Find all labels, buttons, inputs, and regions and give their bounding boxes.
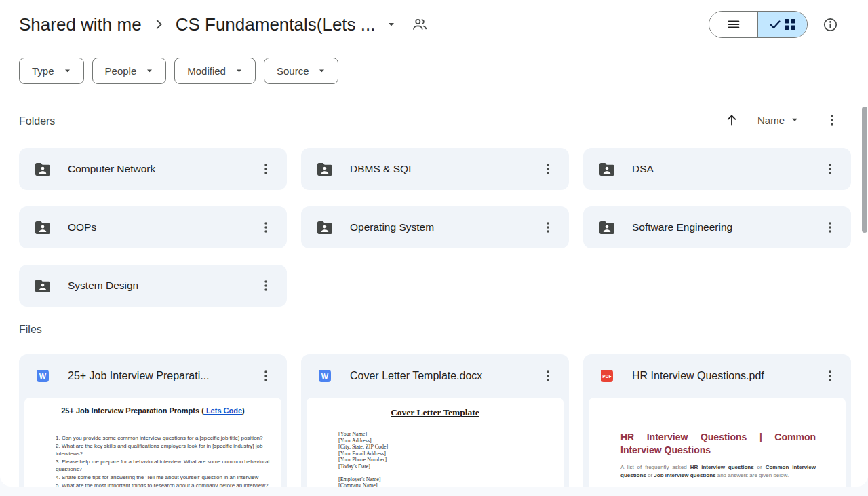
sort-by-label: Name: [757, 115, 785, 126]
folder-card-system-design[interactable]: System Design: [19, 265, 287, 307]
file-card-header: PDF HR Interview Questions.pdf: [583, 354, 851, 398]
filter-chip-label: People: [105, 65, 137, 77]
filter-chip-label: Source: [277, 65, 309, 77]
preview-line: 2. What are the key skills and qualifica…: [56, 442, 275, 458]
list-view-icon: [726, 17, 741, 32]
file-preview-thumbnail: HR Interview Questions | Common Intervie…: [589, 398, 846, 487]
filter-chip-source[interactable]: Source: [264, 58, 339, 84]
file-name: Cover Letter Template.docx: [350, 370, 540, 382]
shared-people-icon[interactable]: [412, 16, 428, 33]
sort-by-name-button[interactable]: Name: [757, 115, 799, 126]
file-preview-thumbnail: Cover Letter Template [Your Name] [Your …: [307, 398, 564, 487]
files-section-title: Files: [19, 324, 42, 336]
preview-line: [Today's Date]: [338, 463, 564, 470]
shared-folder-icon: [35, 163, 50, 176]
preview-doc-body: A list of frequently asked HR interview …: [589, 463, 846, 480]
breadcrumb-shared-with-me[interactable]: Shared with me: [19, 14, 142, 35]
file-card-header: W Cover Letter Template.docx: [301, 354, 569, 398]
filter-bar: Type People Modified Source: [19, 58, 338, 84]
files-grid: W 25+ Job Interview Preparati... 25+ Job…: [19, 354, 851, 487]
check-icon: [770, 20, 781, 29]
preview-line: [Your Address]: [338, 438, 564, 444]
chevron-down-icon: [791, 116, 799, 124]
header: Shared with me CS Fundamentals(Lets ...: [19, 8, 838, 41]
folder-card-software-engineering[interactable]: Software Engineering: [583, 206, 851, 248]
folder-card-computer-network[interactable]: Computer Network: [19, 148, 287, 190]
filter-chip-label: Type: [32, 65, 54, 77]
shared-folder-icon: [317, 221, 332, 234]
preview-text: or: [646, 472, 654, 478]
folder-name: DSA: [632, 163, 823, 175]
preview-line: [Employer's Name]: [338, 476, 564, 483]
chevron-down-icon: [235, 67, 243, 75]
preview-doc-title: Cover Letter Template: [307, 407, 564, 418]
folder-more-options-icon[interactable]: [258, 219, 273, 235]
details-info-icon[interactable]: [823, 17, 838, 33]
folder-card-oops[interactable]: OOPs: [19, 206, 287, 248]
preview-line: 3. Please help me prepare for a behavior…: [56, 458, 275, 474]
more-options-icon[interactable]: [825, 112, 840, 128]
grid-view-button-selected[interactable]: [758, 12, 807, 37]
preview-line: 4. Share some tips for answering the 'Te…: [56, 474, 275, 482]
folder-more-options-icon[interactable]: [258, 161, 273, 177]
sort-direction-arrow-up-icon[interactable]: [725, 113, 738, 127]
chevron-down-icon: [64, 67, 71, 75]
filter-chip-modified[interactable]: Modified: [174, 58, 256, 84]
folder-more-options-icon[interactable]: [540, 161, 555, 177]
grid-view-icon: [785, 19, 795, 30]
folder-more-options-icon[interactable]: [823, 161, 837, 177]
preview-sender-block: [Your Name] [Your Address] [City, State,…: [307, 431, 564, 470]
file-card-header: W 25+ Job Interview Preparati...: [19, 354, 287, 398]
word-file-icon: W: [319, 370, 331, 382]
chevron-down-icon: [318, 67, 326, 75]
preview-line: [Your Email Address]: [338, 451, 564, 457]
file-name: HR Interview Questions.pdf: [632, 370, 823, 382]
shared-folder-icon: [35, 280, 50, 292]
filter-chip-type[interactable]: Type: [19, 58, 84, 84]
preview-text: and answers are given below.: [715, 472, 789, 478]
file-more-options-icon[interactable]: [258, 368, 273, 384]
file-preview-thumbnail: 25+ Job Interview Preparation Prompts ( …: [24, 398, 281, 487]
preview-line: [Your Phone Number]: [338, 457, 564, 463]
preview-line: 5. What are the most important things to…: [56, 482, 275, 487]
preview-title-text: 25+ Job Interview Preparation Prompts (: [61, 406, 204, 415]
folder-card-dbms-sql[interactable]: DBMS & SQL: [301, 148, 569, 190]
folder-name: DBMS & SQL: [350, 163, 540, 175]
folder-more-options-icon[interactable]: [258, 278, 273, 294]
folder-name: OOPs: [68, 221, 258, 233]
folder-card-dsa[interactable]: DSA: [583, 148, 851, 190]
file-more-options-icon[interactable]: [540, 368, 555, 384]
preview-recipient-block: [Employer's Name] [Company Name] [Compan…: [307, 476, 564, 487]
file-name: 25+ Job Interview Preparati...: [68, 370, 258, 382]
breadcrumb-current-folder[interactable]: CS Fundamentals(Lets ...: [176, 14, 376, 35]
file-card-cover-letter-template[interactable]: W Cover Letter Template.docx Cover Lette…: [301, 354, 569, 487]
folder-actions-caret-icon[interactable]: [386, 19, 397, 30]
folder-name: Operating System: [350, 221, 540, 233]
preview-doc-body: 1. Can you provide some common interview…: [24, 434, 281, 487]
preview-line: [City, State, ZIP Code]: [338, 444, 564, 451]
list-view-button[interactable]: [709, 12, 758, 37]
shared-folder-icon: [35, 221, 50, 234]
filter-chip-people[interactable]: People: [92, 58, 167, 84]
file-more-options-icon[interactable]: [823, 368, 837, 384]
folder-name: Computer Network: [68, 163, 258, 175]
filter-chip-label: Modified: [187, 65, 226, 77]
folder-more-options-icon[interactable]: [540, 219, 555, 235]
preview-line: 1. Can you provide some common interview…: [56, 434, 275, 442]
shared-folder-icon: [599, 163, 614, 176]
file-card-job-interview-prompts[interactable]: W 25+ Job Interview Preparati... 25+ Job…: [19, 354, 287, 487]
word-file-icon: W: [37, 370, 49, 382]
view-toggle: [709, 11, 808, 38]
chevron-down-icon: [146, 67, 153, 75]
folder-more-options-icon[interactable]: [823, 219, 837, 235]
shared-folder-icon: [599, 221, 614, 234]
folders-grid: Computer Network DBMS & SQL DSA OOPs Ope…: [19, 148, 851, 307]
preview-title-text: ): [242, 406, 245, 415]
sort-bar: Name: [725, 110, 840, 130]
folders-section-title: Folders: [19, 115, 55, 128]
vertical-scrollbar[interactable]: [862, 107, 867, 233]
preview-doc-heading: HR Interview Questions | Common Intervie…: [589, 431, 846, 457]
preview-text: A list of frequently asked: [620, 464, 690, 470]
file-card-hr-interview-questions[interactable]: PDF HR Interview Questions.pdf HR Interv…: [583, 354, 851, 487]
folder-card-operating-system[interactable]: Operating System: [301, 206, 569, 248]
